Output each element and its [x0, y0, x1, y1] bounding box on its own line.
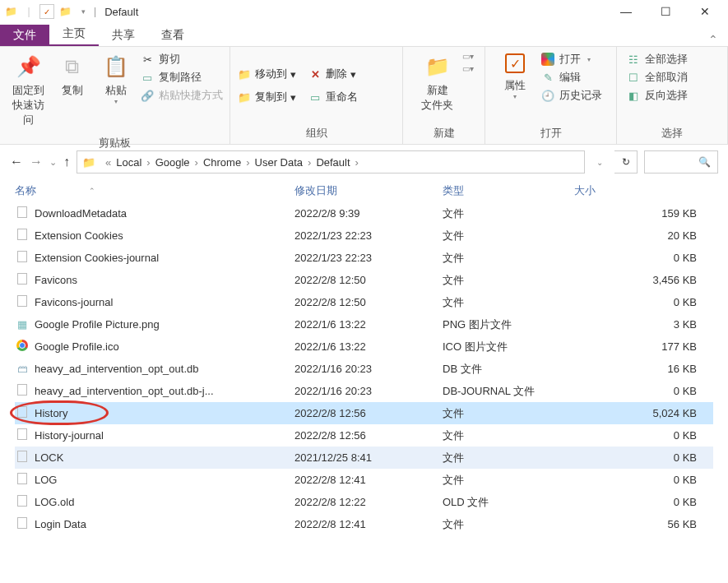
file-size: 0 KB: [574, 252, 713, 264]
minimize-button[interactable]: —: [616, 5, 636, 18]
file-row[interactable]: LOCK2021/12/25 8:41文件0 KB: [15, 447, 713, 469]
easy-access-icon[interactable]: ▭▾: [462, 64, 474, 73]
pin-label: 固定到 快速访问: [8, 83, 49, 127]
file-date: 2022/2/8 12:50: [294, 274, 443, 286]
breadcrumb-overflow[interactable]: «: [105, 156, 111, 169]
recent-locations-icon[interactable]: ⌄: [49, 157, 57, 168]
close-button[interactable]: ✕: [695, 5, 715, 18]
file-row[interactable]: Favicons-journal2022/2/8 12:50文件0 KB: [15, 291, 713, 313]
new-item-icon[interactable]: ▭▾: [462, 52, 474, 61]
copy-button[interactable]: ⧉ 复制: [50, 52, 94, 99]
file-icon: [17, 251, 27, 262]
open-label: 打开: [559, 52, 581, 67]
back-button[interactable]: ←: [10, 155, 23, 169]
file-row[interactable]: LOG2022/2/8 12:41文件0 KB: [15, 469, 713, 491]
properties-button[interactable]: ✓ 属性 ▾: [492, 52, 538, 102]
file-row[interactable]: DownloadMetadata2022/2/8 9:39文件159 KB: [15, 202, 713, 224]
chevron-right-icon[interactable]: ›: [195, 156, 198, 169]
column-name-label: 名称: [15, 183, 36, 198]
file-row[interactable]: Extension Cookies2022/1/23 22:23文件20 KB: [15, 224, 713, 247]
chevron-down-icon: ▾: [350, 68, 356, 81]
copy-to-button[interactable]: 📁复制到▾: [237, 90, 296, 104]
cut-button[interactable]: ✂剪切: [141, 52, 223, 67]
file-row[interactable]: History2022/2/8 12:56文件5,024 KB: [15, 402, 713, 424]
file-row[interactable]: History-journal2022/2/8 12:56文件0 KB: [15, 424, 713, 447]
new-folder-button[interactable]: 📁 新建 文件夹: [415, 52, 461, 114]
properties-icon[interactable]: ✓: [39, 4, 54, 19]
file-icon: [17, 384, 27, 396]
file-size: 0 KB: [574, 474, 713, 486]
rename-button[interactable]: ▭重命名: [308, 90, 358, 104]
column-size[interactable]: 大小: [574, 183, 713, 198]
breadcrumb-item[interactable]: Google: [155, 156, 190, 169]
file-type: 文件: [443, 251, 574, 266]
tab-file[interactable]: 文件: [0, 25, 49, 46]
paste-shortcut-button[interactable]: 🔗粘贴快捷方式: [141, 88, 223, 103]
file-name: LOCK: [35, 451, 63, 464]
delete-button[interactable]: ✕删除▾: [308, 67, 356, 81]
check-icon: ✓: [505, 53, 525, 73]
file-icon-wrap: ▦: [15, 318, 30, 331]
file-icon-wrap: [15, 451, 30, 465]
chevron-right-icon[interactable]: ›: [146, 156, 150, 169]
file-name: Extension Cookies: [35, 229, 123, 242]
file-row[interactable]: Login Data2022/2/8 12:41文件56 KB: [15, 513, 713, 535]
file-row[interactable]: Favicons2022/2/8 12:50文件3,456 KB: [15, 269, 713, 291]
tab-home[interactable]: 主页: [49, 23, 99, 46]
ribbon: 📌 固定到 快速访问 ⧉ 复制 📋 粘贴 ▾ ✂剪切 ▭复制路径 🔗粘贴快捷方式…: [0, 46, 728, 145]
file-icon: [17, 451, 27, 462]
qat-dropdown-icon[interactable]: ▾: [76, 4, 90, 19]
file-icon-wrap: [15, 495, 30, 509]
select-all-label: 全部选择: [645, 52, 688, 67]
file-row[interactable]: Extension Cookies-journal2022/1/23 22:23…: [15, 247, 713, 269]
file-date: 2022/2/8 12:41: [294, 518, 443, 530]
search-input[interactable]: 🔍: [644, 150, 718, 174]
invert-selection-button[interactable]: ◧反向选择: [627, 88, 688, 103]
breadcrumb-item[interactable]: Default: [316, 156, 350, 169]
file-row[interactable]: ▦Google Profile Picture.png2022/1/6 13:2…: [15, 313, 713, 335]
breadcrumb[interactable]: 📁 «Local›Google›Chrome›User Data›Default…: [77, 150, 585, 174]
chevron-right-icon[interactable]: ›: [246, 156, 249, 169]
chevron-right-icon[interactable]: ›: [355, 156, 359, 169]
column-type[interactable]: 类型: [443, 183, 574, 198]
breadcrumb-item[interactable]: User Data: [255, 156, 304, 169]
file-row[interactable]: heavy_ad_intervention_opt_out.db-j...202…: [15, 380, 713, 402]
collapse-ribbon-icon[interactable]: ⌃: [698, 33, 728, 46]
address-dropdown-icon[interactable]: ⌄: [591, 158, 608, 167]
open-button[interactable]: 打开▾: [541, 52, 602, 67]
chevron-down-icon: ▾: [587, 56, 591, 63]
copy-path-button[interactable]: ▭复制路径: [141, 70, 223, 85]
forward-button[interactable]: →: [30, 155, 43, 169]
refresh-button[interactable]: ↻: [614, 150, 638, 174]
paste-button[interactable]: 📋 粘贴 ▾: [94, 52, 137, 107]
move-to-button[interactable]: 📁移动到▾: [237, 67, 296, 81]
breadcrumb-item[interactable]: Local: [116, 156, 141, 169]
tab-share[interactable]: 共享: [99, 25, 148, 46]
edit-button[interactable]: ✎编辑: [541, 70, 602, 85]
select-all-button[interactable]: ☷全部选择: [627, 52, 688, 67]
file-row[interactable]: 🗃heavy_ad_intervention_opt_out.db2022/1/…: [15, 358, 713, 380]
up-button[interactable]: ↑: [63, 155, 70, 169]
file-name: Login Data: [35, 518, 86, 530]
file-row[interactable]: Google Profile.ico2022/1/6 13:22ICO 图片文件…: [15, 335, 713, 358]
chevron-right-icon[interactable]: ›: [308, 156, 311, 169]
file-icon-wrap: [15, 273, 30, 287]
history-button[interactable]: 🕘历史记录: [541, 88, 602, 103]
file-date: 2022/2/8 12:56: [294, 429, 443, 442]
file-type: 文件: [443, 273, 574, 288]
select-none-button[interactable]: ☐全部取消: [627, 70, 688, 85]
column-date[interactable]: 修改日期: [294, 183, 443, 198]
file-type: 文件: [443, 451, 574, 465]
database-icon: 🗃: [17, 363, 28, 375]
maximize-button[interactable]: ☐: [656, 5, 675, 18]
file-icon: [17, 473, 27, 484]
file-name: Favicons: [35, 274, 77, 286]
pin-quickaccess-button[interactable]: 📌 固定到 快速访问: [7, 52, 50, 129]
column-name[interactable]: 名称⌃: [15, 183, 294, 198]
breadcrumb-item[interactable]: Chrome: [203, 156, 241, 169]
folder-icon[interactable]: 📁: [58, 4, 72, 19]
file-row[interactable]: LOG.old2022/2/8 12:22OLD 文件0 KB: [15, 491, 713, 513]
tab-view[interactable]: 查看: [148, 25, 197, 46]
file-icon-wrap: [15, 295, 30, 309]
file-icon: [17, 229, 27, 240]
